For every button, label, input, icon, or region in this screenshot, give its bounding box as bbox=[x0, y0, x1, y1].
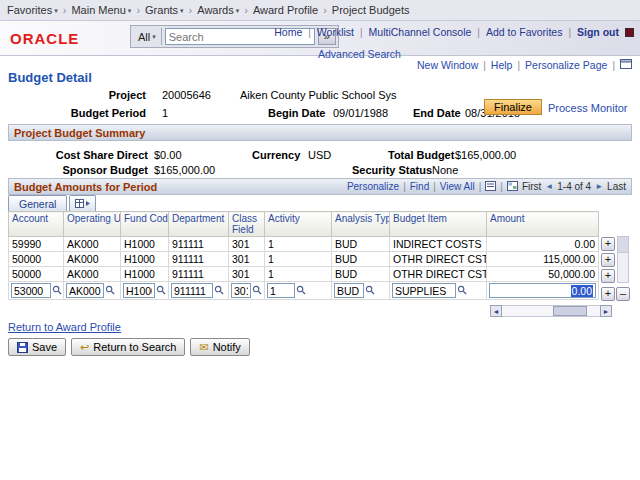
process-monitor-link[interactable]: Process Monitor bbox=[548, 102, 627, 114]
return-to-award-profile-link[interactable]: Return to Award Profile bbox=[8, 321, 121, 333]
grid-header-row: Account Operating Unit Fund Code Departm… bbox=[9, 212, 599, 237]
sponsor-budget-label: Sponsor Budget bbox=[30, 164, 148, 176]
budget-item-lookup-icon[interactable] bbox=[457, 285, 467, 297]
search-scope-value: All bbox=[138, 31, 150, 43]
delete-row-button[interactable]: – bbox=[616, 287, 630, 301]
budget-detail-page: Favorites▾ › Main Menu▾ › Grants▾ › Awar… bbox=[0, 0, 640, 480]
fund-code-lookup-icon[interactable] bbox=[156, 285, 166, 297]
link-divider bbox=[500, 181, 503, 192]
total-budget-value: $165,000.00 bbox=[455, 149, 516, 161]
breadcrumb-favorites[interactable]: Favorites▾ bbox=[7, 4, 58, 16]
previous-page-icon[interactable]: ◄ bbox=[545, 182, 553, 191]
last-label[interactable]: Last bbox=[607, 181, 626, 192]
breadcrumb-grants[interactable]: Grants▾ bbox=[145, 4, 184, 16]
next-page-icon[interactable]: ► bbox=[595, 182, 603, 191]
grid-row: 59990 AK000 H1000 911111 301 1 BUD INDIR… bbox=[9, 237, 599, 252]
personalize-link[interactable]: Personalize bbox=[347, 181, 399, 192]
advanced-search-link[interactable]: Advanced Search bbox=[318, 48, 401, 60]
show-all-columns-tab[interactable] bbox=[69, 195, 96, 211]
breadcrumb-awards[interactable]: Awards▾ bbox=[197, 4, 239, 16]
show-all-columns-icon bbox=[75, 199, 90, 208]
cell-activity: 1 bbox=[265, 252, 332, 267]
operating-unit-lookup-icon[interactable] bbox=[105, 285, 115, 297]
v-scrollbar-thumb[interactable] bbox=[618, 237, 628, 253]
breadcrumb-separator-icon: › bbox=[189, 4, 193, 16]
h-scrollbar: ◄ ► bbox=[490, 305, 612, 317]
h-scrollbar-thumb[interactable] bbox=[553, 306, 587, 316]
grid-tabs: General bbox=[8, 195, 96, 211]
column-header-class-field[interactable]: Class Field bbox=[229, 212, 265, 237]
return-to-search-button[interactable]: ↩ Return to Search bbox=[71, 338, 185, 356]
cell-analysis-type: BUD bbox=[332, 267, 390, 282]
fund-code-input[interactable] bbox=[123, 283, 155, 298]
add-row-button[interactable]: + bbox=[601, 253, 615, 267]
zoom-grid-icon[interactable] bbox=[485, 181, 496, 193]
column-header-department[interactable]: Department bbox=[169, 212, 229, 237]
add-row-button[interactable]: + bbox=[601, 269, 615, 283]
tab-general[interactable]: General bbox=[8, 195, 67, 211]
department-input[interactable] bbox=[171, 283, 213, 298]
download-grid-icon[interactable] bbox=[507, 181, 518, 193]
analysis-type-lookup-icon[interactable] bbox=[365, 285, 375, 297]
cell-account: 59990 bbox=[9, 237, 64, 252]
analysis-type-input[interactable] bbox=[334, 283, 364, 298]
add-row-button[interactable]: + bbox=[601, 237, 615, 251]
column-header-amount[interactable]: Amount bbox=[487, 212, 599, 237]
class-field-lookup-icon[interactable] bbox=[252, 285, 262, 297]
notify-button[interactable]: ✉ Notify bbox=[190, 338, 249, 356]
breadcrumb-grants-label: Grants bbox=[145, 4, 178, 16]
page-title: Budget Detail bbox=[8, 70, 92, 85]
cell-class-field: 301 bbox=[229, 252, 265, 267]
amount-input[interactable]: 0.00 bbox=[489, 283, 596, 298]
find-link[interactable]: Find bbox=[410, 181, 429, 192]
link-divider bbox=[477, 26, 480, 38]
add-to-favorites-link[interactable]: Add to Favorites bbox=[486, 26, 562, 38]
activity-input[interactable] bbox=[267, 283, 295, 298]
account-lookup-icon[interactable] bbox=[52, 285, 62, 297]
column-header-fund-code[interactable]: Fund Code bbox=[121, 212, 169, 237]
activity-lookup-icon[interactable] bbox=[296, 285, 306, 297]
sign-out-link[interactable]: Sign out bbox=[577, 26, 619, 38]
cell-class-field: 301 bbox=[229, 237, 265, 252]
action-menu-icon[interactable] bbox=[625, 28, 634, 37]
personalize-page-link[interactable]: Personalize Page bbox=[525, 59, 607, 71]
h-scrollbar-track[interactable] bbox=[502, 305, 600, 317]
help-link[interactable]: Help bbox=[491, 59, 513, 71]
breadcrumb-award-profile[interactable]: Award Profile bbox=[253, 4, 318, 16]
currency-label: Currency bbox=[252, 149, 300, 161]
column-header-operating-unit[interactable]: Operating Unit bbox=[64, 212, 121, 237]
multichannel-console-link[interactable]: MultiChannel Console bbox=[369, 26, 472, 38]
column-header-budget-item[interactable]: Budget Item bbox=[390, 212, 487, 237]
breadcrumb-separator-icon: › bbox=[136, 4, 140, 16]
home-link[interactable]: Home bbox=[274, 26, 302, 38]
cell-department: 911111 bbox=[169, 252, 229, 267]
v-scrollbar[interactable] bbox=[617, 236, 629, 283]
scroll-left-button[interactable]: ◄ bbox=[490, 305, 502, 317]
view-all-link[interactable]: View All bbox=[440, 181, 475, 192]
column-header-analysis-type[interactable]: Analysis Type bbox=[332, 212, 390, 237]
account-input[interactable] bbox=[11, 283, 51, 298]
cell-budget-item: OTHR DIRECT CST bbox=[390, 252, 487, 267]
class-field-input[interactable] bbox=[231, 283, 251, 298]
total-budget-label: Total Budget bbox=[388, 149, 454, 161]
worklist-link[interactable]: Worklist bbox=[317, 26, 354, 38]
page-action-links: New Window Help Personalize Page bbox=[417, 59, 632, 71]
finalize-button[interactable]: Finalize bbox=[484, 99, 542, 115]
save-button[interactable]: Save bbox=[8, 338, 66, 356]
breadcrumb: Favorites▾ › Main Menu▾ › Grants▾ › Awar… bbox=[0, 0, 640, 21]
cell-amount: 0.00 bbox=[487, 237, 599, 252]
first-label[interactable]: First bbox=[522, 181, 541, 192]
grid-row: 50000 AK000 H1000 911111 301 1 BUD OTHR … bbox=[9, 267, 599, 282]
department-lookup-icon[interactable] bbox=[214, 285, 224, 297]
new-window-link[interactable]: New Window bbox=[417, 59, 478, 71]
column-header-account[interactable]: Account bbox=[9, 212, 64, 237]
search-scope-dropdown[interactable]: All▾ bbox=[133, 28, 162, 45]
chevron-down-icon: ▾ bbox=[180, 7, 184, 14]
add-row-button[interactable]: + bbox=[601, 287, 615, 301]
scroll-right-button[interactable]: ► bbox=[600, 305, 612, 317]
budget-item-input[interactable] bbox=[392, 283, 456, 298]
operating-unit-input[interactable] bbox=[66, 283, 104, 298]
breadcrumb-main-menu[interactable]: Main Menu▾ bbox=[71, 4, 131, 16]
column-header-activity[interactable]: Activity bbox=[265, 212, 332, 237]
personalize-layout-icon[interactable] bbox=[620, 59, 632, 71]
